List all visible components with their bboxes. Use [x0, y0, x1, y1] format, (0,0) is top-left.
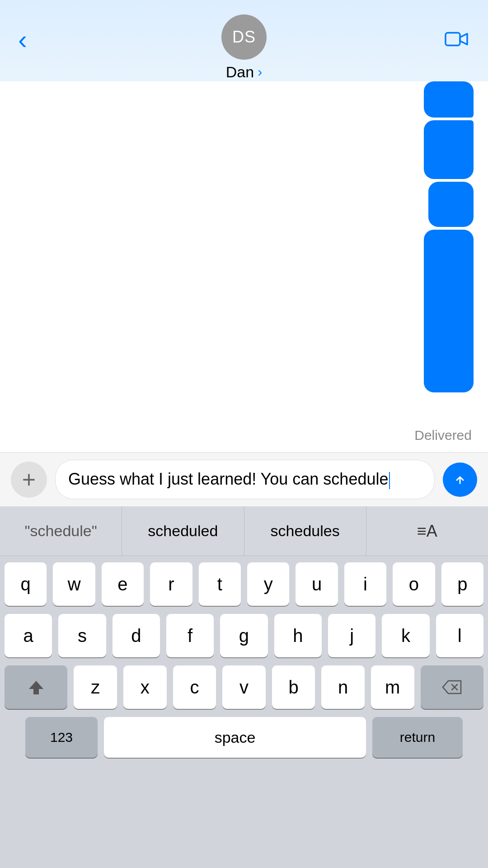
- key-c[interactable]: c: [173, 665, 216, 709]
- key-y[interactable]: y: [247, 562, 289, 606]
- key-z[interactable]: z: [74, 665, 117, 709]
- message-bubble-2: [424, 120, 474, 179]
- header: ‹ DS Dan ›: [0, 0, 488, 81]
- key-l[interactable]: l: [436, 614, 483, 657]
- back-button[interactable]: ‹: [18, 28, 27, 53]
- video-icon: [445, 30, 468, 48]
- key-m[interactable]: m: [371, 665, 414, 709]
- avatar[interactable]: DS: [221, 14, 267, 60]
- key-k[interactable]: k: [382, 614, 429, 657]
- key-row-3: z x c v b n m: [5, 665, 483, 709]
- messages-area: Delivered: [0, 81, 488, 452]
- message-bubble-3: [428, 182, 474, 227]
- key-p[interactable]: p: [441, 562, 483, 606]
- key-s[interactable]: s: [58, 614, 106, 657]
- message-bubble-1: [424, 81, 474, 118]
- back-chevron-icon: ‹: [18, 26, 27, 53]
- key-t[interactable]: t: [199, 562, 241, 606]
- key-row-1: q w e r t y u i o p: [5, 562, 483, 606]
- key-b[interactable]: b: [272, 665, 315, 709]
- key-u[interactable]: u: [296, 562, 338, 606]
- numbers-key[interactable]: 123: [25, 717, 98, 758]
- message-input[interactable]: Guess what I just learned! You can sched…: [68, 468, 422, 491]
- key-r[interactable]: r: [150, 562, 192, 606]
- autocomplete-item-3[interactable]: ≡A: [366, 506, 488, 556]
- message-text: Guess what I just learned! You can sched…: [68, 470, 388, 488]
- bubble-stack: [424, 81, 474, 392]
- autocomplete-bar: "schedule" scheduled schedules ≡A: [0, 506, 488, 556]
- key-w[interactable]: w: [53, 562, 95, 606]
- svg-rect-0: [446, 33, 460, 46]
- key-i[interactable]: i: [344, 562, 386, 606]
- autocomplete-item-2[interactable]: schedules: [244, 506, 366, 556]
- autocomplete-item-1[interactable]: scheduled: [122, 506, 244, 556]
- key-v[interactable]: v: [222, 665, 266, 709]
- message-bubble-4: [424, 230, 474, 392]
- key-row-2: a s d f g h j k l: [5, 614, 483, 657]
- key-n[interactable]: n: [321, 665, 365, 709]
- key-q[interactable]: q: [5, 562, 47, 606]
- key-a[interactable]: a: [5, 614, 52, 657]
- contact-center: DS Dan ›: [221, 14, 267, 81]
- key-x[interactable]: x: [123, 665, 167, 709]
- key-f[interactable]: f: [166, 614, 214, 657]
- key-rows: q w e r t y u i o p a s d f g h j k l: [0, 556, 488, 709]
- add-attachment-button[interactable]: +: [11, 462, 47, 498]
- key-bottom-row: 123 space return: [0, 717, 488, 758]
- add-icon: +: [22, 466, 36, 493]
- key-o[interactable]: o: [393, 562, 435, 606]
- text-cursor: [389, 472, 390, 489]
- send-button[interactable]: [443, 462, 477, 497]
- contact-name: Dan: [226, 63, 254, 81]
- shift-icon: [27, 678, 45, 696]
- send-arrow-icon: [452, 472, 468, 488]
- input-bar: + Guess what I just learned! You can sch…: [0, 452, 488, 506]
- key-j[interactable]: j: [328, 614, 375, 657]
- return-key[interactable]: return: [372, 717, 463, 758]
- key-g[interactable]: g: [220, 614, 267, 657]
- space-key[interactable]: space: [104, 717, 366, 758]
- key-d[interactable]: d: [113, 614, 160, 657]
- shift-key[interactable]: [5, 665, 67, 709]
- contact-name-row[interactable]: Dan ›: [226, 63, 262, 81]
- delete-icon: [442, 680, 462, 694]
- message-input-wrapper: Guess what I just learned! You can sched…: [55, 460, 435, 499]
- contact-detail-chevron-icon: ›: [258, 64, 262, 80]
- key-e[interactable]: e: [102, 562, 144, 606]
- autocomplete-item-0[interactable]: "schedule": [0, 506, 122, 556]
- key-h[interactable]: h: [274, 614, 322, 657]
- delivered-label: Delivered: [414, 428, 472, 443]
- delete-key[interactable]: [421, 665, 483, 709]
- video-call-button[interactable]: [445, 28, 468, 53]
- keyboard: "schedule" scheduled schedules ≡A q w e …: [0, 506, 488, 868]
